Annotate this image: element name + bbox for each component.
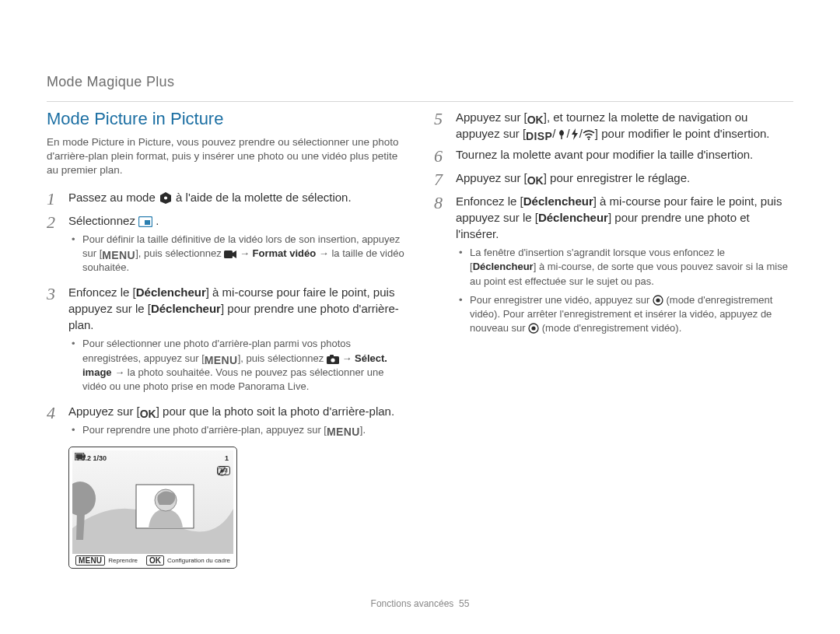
camera-preview-illustration: F3.2 1/30 1 3M	[68, 447, 237, 569]
section-title: Mode Picture in Picture	[47, 109, 406, 129]
pip-mode-icon	[138, 216, 152, 227]
macro-icon	[556, 129, 567, 140]
menu-label-icon: MENU	[102, 255, 135, 256]
step-number: 8	[434, 193, 456, 340]
preview-svg	[72, 450, 233, 554]
footer-section: Fonctions avancées	[371, 598, 454, 609]
menu-label-icon: MENU	[205, 360, 238, 361]
step-sub-list: Pour reprendre une photo d'arrière-plan,…	[68, 423, 406, 437]
preview-right-info: 3M	[217, 466, 230, 478]
svg-rect-2	[145, 220, 150, 225]
page-footer: Fonctions avancées 55	[0, 598, 840, 609]
menu-label-icon: MENU	[327, 432, 360, 433]
page-header-title: Mode Magique Plus	[47, 74, 174, 90]
svg-point-23	[532, 327, 536, 331]
step-sub-list: Pour sélectionner une photo d'arrière-pl…	[68, 337, 406, 394]
header-divider	[47, 101, 793, 102]
right-column: 5Appuyez sur [OK], et tournez la molette…	[434, 109, 793, 569]
svg-point-6	[331, 358, 334, 362]
step-number: 3	[47, 284, 68, 398]
wifi-icon	[583, 130, 595, 140]
left-steps-list: 1Passez au mode à l'aide de la molette d…	[47, 189, 406, 443]
preview-bottombar: MENU Reprendre OK Configuration du cadre	[72, 555, 233, 566]
step-body: Appuyez sur [OK] pour enregistrer le rég…	[456, 170, 793, 188]
step-6: 6Tournez la molette avant pour modifier …	[434, 146, 793, 165]
svg-rect-5	[330, 355, 334, 357]
step-sub-item: La fenêtre d'insertion s'agrandit lorsqu…	[457, 246, 793, 289]
two-column-layout: Mode Picture in Picture En mode Picture …	[47, 109, 793, 569]
step-3: 3Enfoncez le [Déclencheur] à mi-course p…	[47, 284, 406, 398]
ok-key-label: OK	[146, 555, 164, 566]
preview-topbar: F3.2 1/30 1	[75, 453, 231, 464]
menu-key-action: Reprendre	[108, 557, 138, 564]
step-8: 8Enfoncez le [Déclencheur] à mi-course p…	[434, 193, 793, 340]
step-body: Sélectionnez .Pour définir la taille déf…	[68, 212, 406, 280]
step-number: 2	[47, 212, 68, 280]
rec-icon	[653, 295, 663, 306]
left-column: Mode Picture in Picture En mode Picture …	[47, 109, 406, 569]
step-body: Tournez la molette avant pour modifier l…	[456, 146, 793, 165]
right-steps-list: 5Appuyez sur [OK], et tournez la molette…	[434, 109, 793, 340]
rec-icon	[528, 323, 539, 334]
manual-page: Mode Magique Plus Mode Picture in Pictur…	[0, 0, 840, 634]
ok-key-action: Configuration du cadre	[167, 557, 230, 564]
menu-key-label: MENU	[75, 555, 105, 566]
step-1: 1Passez au mode à l'aide de la molette d…	[47, 189, 406, 208]
svg-rect-3	[224, 250, 233, 258]
step-sub-list: Pour définir la taille définitive de la …	[68, 233, 406, 275]
movie-icon	[224, 250, 236, 259]
step-sub-list: La fenêtre d'insertion s'agrandit lorsqu…	[456, 246, 793, 335]
flash-icon	[570, 128, 579, 140]
step-body: Enfoncez le [Déclencheur] à mi-course po…	[456, 193, 793, 340]
preview-shots-remaining: 1	[225, 454, 229, 462]
footer-page-number: 55	[459, 598, 469, 609]
svg-rect-15	[76, 454, 83, 459]
svg-point-19	[588, 138, 590, 140]
step-sub-item: Pour définir la taille définitive de la …	[70, 233, 406, 275]
step-sub-item: Pour sélectionner une photo d'arrière-pl…	[70, 337, 406, 394]
step-2: 2Sélectionnez .Pour définir la taille dé…	[47, 212, 406, 280]
svg-rect-14	[84, 455, 86, 458]
svg-point-21	[656, 298, 660, 302]
step-body: Enfoncez le [Déclencheur] à mi-course po…	[68, 284, 406, 398]
step-body: Appuyez sur [OK], et tournez la molette …	[456, 109, 793, 142]
step-number: 7	[434, 170, 456, 188]
mode-dial-icon	[159, 191, 173, 204]
step-number: 4	[47, 403, 68, 442]
step-body: Passez au mode à l'aide de la molette de…	[68, 189, 406, 208]
intro-paragraph: En mode Picture in Picture, vous pouvez …	[47, 135, 406, 178]
step-number: 5	[434, 109, 456, 142]
step-number: 1	[47, 189, 68, 208]
camera-icon	[327, 355, 339, 364]
step-4: 4Appuyez sur [OK] pour que la photo soit…	[47, 403, 406, 442]
preview-screen	[72, 450, 233, 554]
step-7: 7Appuyez sur [OK] pour enregistrer le ré…	[434, 170, 793, 188]
step-sub-item: Pour reprendre une photo d'arrière-plan,…	[70, 423, 406, 437]
svg-point-0	[164, 196, 167, 199]
step-number: 6	[434, 146, 456, 165]
step-5: 5Appuyez sur [OK], et tournez la molette…	[434, 109, 793, 142]
step-body: Appuyez sur [OK] pour que la photo soit …	[68, 403, 406, 442]
step-sub-item: Pour enregistrer une vidéo, appuyez sur …	[457, 293, 793, 336]
